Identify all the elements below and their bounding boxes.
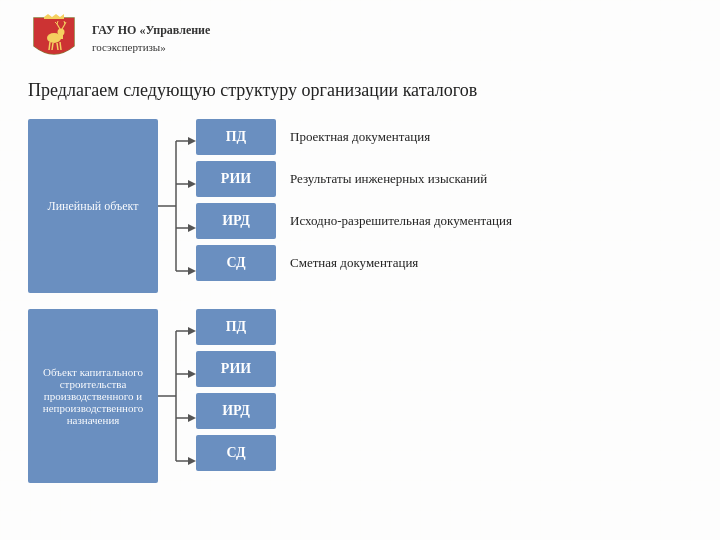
label-sd-1: Сметная документация: [290, 245, 512, 281]
svg-marker-23: [188, 267, 196, 275]
sub-box-rii-1: РИИ: [196, 161, 276, 197]
svg-marker-27: [188, 327, 196, 335]
diagram-row-linear: Линейный объект: [28, 119, 692, 293]
diagram: Линейный объект: [28, 119, 692, 483]
sub-box-sd-2: СД: [196, 435, 276, 471]
sub-box-rii-2: РИИ: [196, 351, 276, 387]
category-box-capital: Объект капитального строительства произв…: [28, 309, 158, 483]
logo-emblem: [28, 12, 80, 64]
diagram-row-capital: Объект капитального строительства произв…: [28, 309, 692, 483]
sub-box-ird-1: ИРД: [196, 203, 276, 239]
label-rii-1: Результаты инженерных изысканий: [290, 161, 512, 197]
sub-box-sd-1: СД: [196, 245, 276, 281]
page-title: Предлагаем следующую структуру организац…: [28, 80, 692, 101]
org-name: ГАУ НО «Управление госэкспертизы»: [92, 21, 210, 56]
svg-rect-3: [59, 33, 63, 39]
svg-line-12: [57, 43, 58, 50]
sub-items-linear: ПД РИИ ИРД СД: [196, 119, 276, 281]
org-line1: ГАУ НО «Управление: [92, 21, 210, 39]
labels-linear: Проектная документация Результаты инжене…: [290, 119, 512, 281]
sub-box-pd-1: ПД: [196, 119, 276, 155]
svg-marker-33: [188, 457, 196, 465]
header: ГАУ НО «Управление госэкспертизы»: [28, 12, 692, 70]
svg-line-10: [49, 42, 50, 50]
connector-linear: [158, 119, 196, 293]
sub-items-capital: ПД РИИ ИРД СД: [196, 309, 276, 471]
page-content: ГАУ НО «Управление госэкспертизы» Предла…: [0, 0, 720, 540]
sub-box-pd-2: ПД: [196, 309, 276, 345]
connector-capital: [158, 309, 196, 483]
label-ird-1: Исходно-разрешительная документация: [290, 203, 512, 239]
svg-marker-31: [188, 414, 196, 422]
svg-marker-17: [188, 137, 196, 145]
svg-marker-21: [188, 224, 196, 232]
org-line2: госэкспертизы»: [92, 39, 210, 56]
svg-marker-19: [188, 180, 196, 188]
svg-marker-29: [188, 370, 196, 378]
sub-box-ird-2: ИРД: [196, 393, 276, 429]
svg-line-13: [60, 42, 61, 50]
category-box-linear: Линейный объект: [28, 119, 158, 293]
label-pd-1: Проектная документация: [290, 119, 512, 155]
svg-line-11: [52, 43, 53, 50]
